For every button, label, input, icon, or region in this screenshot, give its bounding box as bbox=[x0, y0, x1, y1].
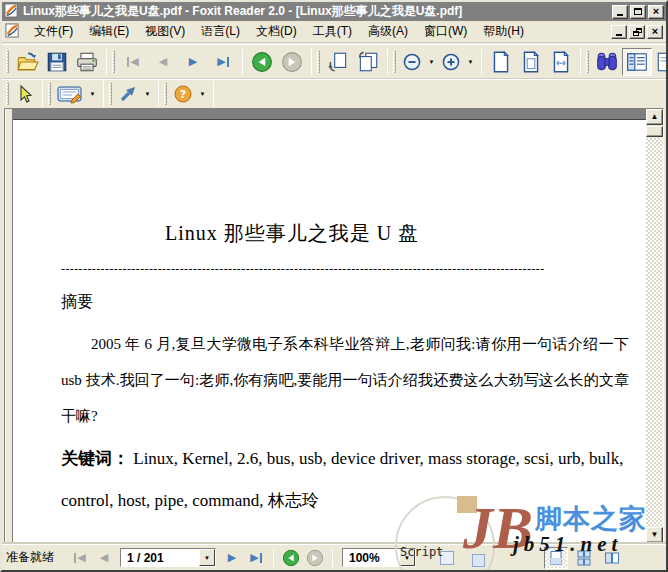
document-background bbox=[13, 109, 646, 120]
mdi-restore-button[interactable] bbox=[629, 25, 645, 39]
single-page-layout-button[interactable] bbox=[544, 547, 568, 569]
close-icon: × bbox=[652, 26, 658, 37]
zoom-in-button[interactable] bbox=[438, 50, 464, 74]
text-viewer-button[interactable] bbox=[652, 48, 666, 76]
facing-pages-icon bbox=[604, 550, 620, 566]
menu-edit[interactable]: 编辑(E) bbox=[81, 21, 137, 42]
open-button[interactable] bbox=[12, 48, 42, 76]
scrollbar-track[interactable] bbox=[646, 138, 663, 527]
tools-toolbar: ▼ ▼ ? ▼ bbox=[2, 79, 666, 108]
page-combo-dropdown[interactable]: ▼ bbox=[199, 549, 215, 566]
toolbar-drag-handle[interactable] bbox=[317, 51, 320, 73]
pdf-keywords-label: 关键词： bbox=[61, 449, 129, 468]
scroll-up-button[interactable]: ▲ bbox=[646, 109, 663, 125]
next-page-icon: ▶ bbox=[189, 55, 197, 68]
scrollbar-thumb[interactable] bbox=[646, 126, 663, 137]
scroll-down-button[interactable]: ▼ bbox=[646, 527, 663, 543]
toolbar-drag-handle[interactable] bbox=[6, 83, 9, 105]
zoom-out-dropdown[interactable]: ▼ bbox=[425, 48, 438, 76]
navigation-pane-splitter[interactable] bbox=[5, 109, 13, 543]
menu-view[interactable]: 视图(V) bbox=[137, 21, 193, 42]
zoom-out-button[interactable] bbox=[399, 50, 425, 74]
previous-view-button[interactable] bbox=[323, 48, 353, 76]
fit-page-button[interactable] bbox=[516, 48, 546, 76]
toolbar-separator bbox=[481, 49, 482, 75]
vertical-scrollbar[interactable]: ▲ ▼ bbox=[646, 109, 663, 543]
statusbar-forward-button[interactable] bbox=[303, 548, 327, 568]
typewriter-dropdown[interactable]: ▼ bbox=[86, 80, 99, 108]
toolbar-drag-handle[interactable] bbox=[112, 51, 115, 73]
page-layout-buttons bbox=[544, 547, 624, 569]
next-page-button[interactable]: ▶ bbox=[178, 48, 208, 76]
menu-bar: 文件(F) 编辑(E) 视图(V) 语言(L) 文档(D) 工具(T) 高级(A… bbox=[2, 21, 666, 43]
toolbar-drag-handle[interactable] bbox=[586, 51, 589, 73]
menu-tools[interactable]: 工具(T) bbox=[305, 21, 360, 42]
typewriter-tool-button[interactable] bbox=[54, 82, 86, 106]
page-number-combo[interactable]: 1 / 201 ▼ bbox=[120, 548, 216, 567]
go-forward-button[interactable] bbox=[277, 48, 307, 76]
pdf-abstract-paragraph: 2005 年 6 月,复旦大学微电子系本科毕业答辩上,老师问我:请你用一句话介绍… bbox=[61, 326, 629, 434]
minimize-button[interactable] bbox=[612, 5, 628, 19]
actual-size-button[interactable] bbox=[486, 48, 516, 76]
first-page-icon: ◀ bbox=[127, 55, 138, 68]
zoom-level-combo[interactable]: 100% ▼ bbox=[342, 548, 416, 567]
link-tool-dropdown[interactable]: ▼ bbox=[141, 80, 154, 108]
toolbar-drag-handle[interactable] bbox=[164, 83, 167, 105]
last-page-icon: ▶ bbox=[217, 55, 228, 68]
typewriter-tool-group: ▼ bbox=[44, 80, 102, 108]
printer-icon bbox=[75, 50, 99, 74]
maximize-button[interactable] bbox=[630, 5, 646, 19]
facing-layout-button[interactable] bbox=[600, 547, 624, 569]
link-tool-button[interactable] bbox=[115, 82, 141, 106]
menu-document[interactable]: 文档(D) bbox=[248, 21, 305, 42]
back-circle-icon bbox=[251, 51, 273, 73]
save-button[interactable] bbox=[42, 48, 72, 76]
document-icon[interactable] bbox=[5, 23, 20, 41]
last-page-icon: ▶ bbox=[250, 551, 261, 564]
pdf-page[interactable]: Linux 那些事儿之我是 U 盘 ----------------------… bbox=[13, 120, 646, 543]
menu-language[interactable]: 语言(L) bbox=[193, 21, 248, 42]
binoculars-icon bbox=[595, 50, 619, 74]
toolbar-drag-handle[interactable] bbox=[6, 51, 9, 73]
first-page-button[interactable]: ◀ bbox=[118, 48, 148, 76]
previous-view-icon bbox=[326, 50, 350, 74]
find-button[interactable] bbox=[592, 48, 622, 76]
next-view-button[interactable] bbox=[353, 48, 383, 76]
fit-width-button[interactable] bbox=[546, 48, 576, 76]
mdi-close-button[interactable]: × bbox=[647, 25, 663, 39]
go-back-button[interactable] bbox=[247, 48, 277, 76]
statusbar-back-button[interactable] bbox=[279, 548, 303, 568]
help-button[interactable]: ? bbox=[170, 82, 196, 106]
pdf-keywords-text: Linux, Kernel, 2.6, bus, usb, device dri… bbox=[61, 449, 624, 510]
zoom-combo-dropdown[interactable]: ▼ bbox=[399, 549, 415, 566]
bookmarks-panel-button[interactable] bbox=[622, 48, 652, 76]
menu-help[interactable]: 帮助(H) bbox=[475, 21, 532, 42]
mdi-minimize-button[interactable] bbox=[611, 25, 627, 39]
menu-file[interactable]: 文件(F) bbox=[26, 21, 81, 42]
toolbar-drag-handle[interactable] bbox=[109, 83, 112, 105]
previous-page-button[interactable]: ◀ bbox=[148, 48, 178, 76]
help-dropdown[interactable]: ▼ bbox=[196, 80, 209, 108]
statusbar-last-page-button[interactable]: ▶ bbox=[244, 548, 268, 568]
statusbar-first-page-button[interactable]: ◀ bbox=[68, 548, 92, 568]
toolbar-drag-handle[interactable] bbox=[393, 51, 396, 73]
last-page-button[interactable]: ▶ bbox=[208, 48, 238, 76]
continuous-layout-button[interactable] bbox=[572, 547, 596, 569]
statusbar-next-page-button[interactable]: ▶ bbox=[220, 548, 244, 568]
save-floppy-icon bbox=[45, 50, 69, 74]
hand-select-tool-button[interactable] bbox=[12, 82, 38, 106]
zoom-in-dropdown[interactable]: ▼ bbox=[464, 48, 477, 76]
chevron-down-icon: ▼ bbox=[404, 555, 410, 561]
toolbar-separator bbox=[580, 49, 581, 75]
pdf-keywords: 关键词： Linux, Kernel, 2.6, bus, usb, devic… bbox=[61, 438, 627, 522]
zoom-in-icon bbox=[441, 52, 461, 72]
statusbar-previous-page-button[interactable]: ◀ bbox=[92, 548, 116, 568]
print-button[interactable] bbox=[72, 48, 102, 76]
app-icon bbox=[4, 3, 19, 21]
toolbar-drag-handle[interactable] bbox=[48, 83, 51, 105]
menu-window[interactable]: 窗口(W) bbox=[416, 21, 475, 42]
toolbar-separator bbox=[387, 49, 388, 75]
close-button[interactable]: × bbox=[648, 5, 664, 19]
menu-advanced[interactable]: 高级(A) bbox=[360, 21, 416, 42]
toolbar-separator bbox=[158, 81, 159, 107]
